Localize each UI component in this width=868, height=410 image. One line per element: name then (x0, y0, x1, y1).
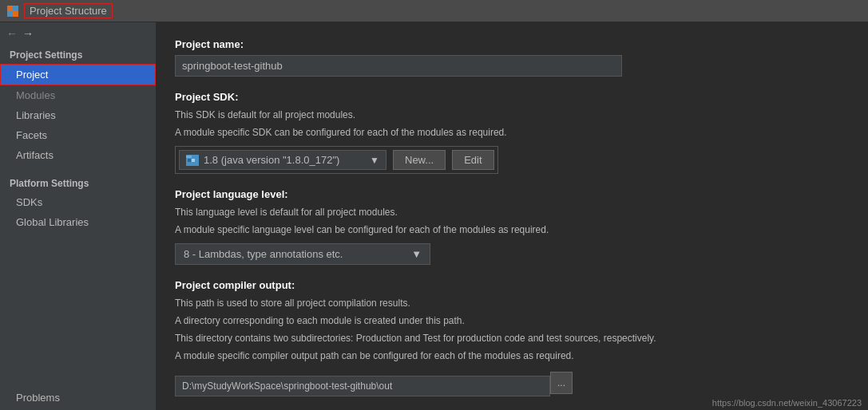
lang-desc1: This language level is default for all p… (175, 205, 849, 219)
forward-arrow[interactable]: → (22, 27, 34, 40)
sdk-folder-icon (186, 155, 199, 166)
svg-rect-2 (7, 11, 13, 17)
compiler-output-browse-button[interactable]: ... (550, 372, 573, 394)
sidebar-item-project[interactable]: Project (0, 64, 156, 85)
project-sdk-section: Project SDK: This SDK is default for all… (175, 91, 849, 174)
sidebar-item-global-libraries[interactable]: Global Libraries (0, 212, 156, 232)
svg-rect-1 (13, 6, 18, 11)
language-level-dropdown[interactable]: 8 - Lambdas, type annotations etc. ▼ (175, 243, 430, 265)
project-name-label: Project name: (175, 38, 849, 50)
window-title: Project Structure (24, 3, 113, 18)
compiler-output-label: Project compiler output: (175, 279, 849, 291)
content-area: Project name: Project SDK: This SDK is d… (156, 22, 868, 410)
language-level-label: Project language level: (175, 188, 849, 200)
project-name-section: Project name: (175, 38, 849, 77)
compiler-desc4: A module specific compiler output path c… (175, 349, 849, 363)
sdk-row: 1.8 (java version "1.8.0_172") ▼ New... … (175, 146, 498, 174)
compiler-desc2: A directory corresponding to each module… (175, 313, 849, 328)
sdk-dropdown-arrow: ▼ (370, 155, 379, 166)
sidebar-item-modules[interactable]: Modules (0, 85, 156, 105)
project-name-input[interactable] (175, 55, 622, 77)
sidebar-item-facets[interactable]: Facets (0, 125, 156, 145)
svg-rect-7 (192, 159, 195, 162)
sidebar-item-libraries[interactable]: Libraries (0, 105, 156, 125)
sdk-value-text: 1.8 (java version "1.8.0_172") (204, 154, 339, 166)
sidebar: ← → Project Settings Project Modules Lib… (0, 22, 156, 410)
sidebar-item-sdks[interactable]: SDKs (0, 192, 156, 212)
back-arrow[interactable]: ← (6, 27, 18, 40)
compiler-desc1: This path is used to store all project c… (175, 296, 849, 310)
language-dropdown-arrow: ▼ (411, 248, 422, 260)
language-level-section: Project language level: This language le… (175, 188, 849, 265)
svg-rect-0 (7, 6, 13, 11)
project-settings-label: Project Settings (0, 45, 156, 64)
title-bar: Project Structure (0, 0, 868, 22)
sdk-desc2: A module specific SDK can be configured … (175, 125, 849, 140)
sdk-edit-button[interactable]: Edit (452, 150, 493, 170)
svg-rect-6 (188, 159, 191, 162)
lang-desc2: A module specific language level can be … (175, 223, 849, 237)
svg-rect-3 (13, 11, 18, 17)
compiler-desc3: This directory contains two subdirectori… (175, 331, 849, 345)
svg-rect-5 (186, 156, 192, 158)
main-container: ← → Project Settings Project Modules Lib… (0, 22, 868, 410)
compiler-output-section: Project compiler output: This path is us… (175, 279, 849, 396)
sidebar-item-problems[interactable]: Problems (0, 385, 156, 410)
sidebar-item-artifacts[interactable]: Artifacts (0, 145, 156, 165)
sdk-dropdown[interactable]: 1.8 (java version "1.8.0_172") ▼ (179, 150, 386, 170)
sdk-desc1: This SDK is default for all project modu… (175, 108, 849, 122)
status-url: https://blog.csdn.net/weixin_43067223 (706, 396, 868, 410)
sdk-new-button[interactable]: New... (393, 150, 446, 170)
project-structure-icon (6, 5, 19, 18)
compiler-output-input[interactable] (175, 376, 550, 396)
language-level-value: 8 - Lambdas, type annotations etc. (184, 248, 343, 260)
nav-arrows: ← → (0, 22, 156, 45)
project-sdk-label: Project SDK: (175, 91, 849, 103)
platform-settings-label: Platform Settings (0, 173, 156, 192)
sidebar-divider (0, 165, 156, 173)
